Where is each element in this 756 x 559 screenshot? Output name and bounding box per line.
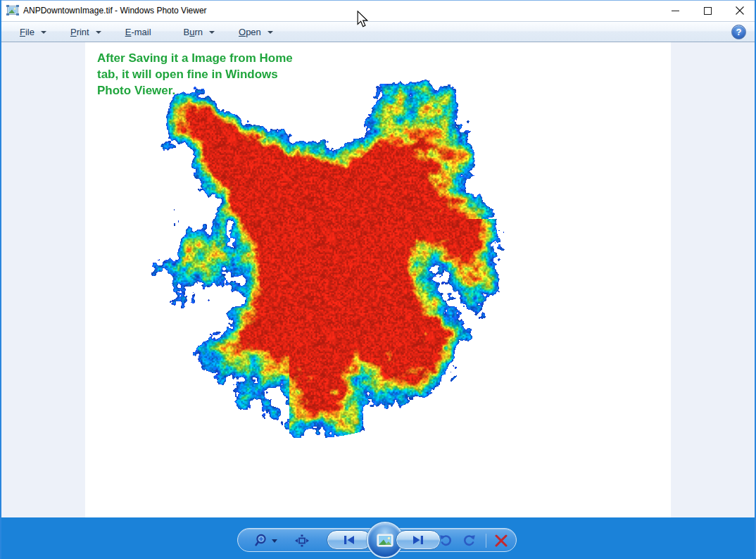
next-button[interactable] xyxy=(396,530,441,550)
help-icon: ? xyxy=(736,27,742,37)
chevron-down-icon xyxy=(96,31,101,34)
photo-image-heatmap xyxy=(85,42,671,517)
menu-bar: File Print E-mail Burn Open ? xyxy=(0,21,756,42)
viewer-content: After Saving it a Image from Home tab, i… xyxy=(0,42,756,517)
chevron-down-icon xyxy=(267,31,273,34)
next-icon xyxy=(411,534,425,546)
window-border-top xyxy=(0,0,756,1)
bottom-toolbar-strip xyxy=(0,517,756,559)
menu-email[interactable]: E-mail xyxy=(120,23,157,40)
window-border-left xyxy=(0,0,1,559)
previous-button[interactable] xyxy=(327,530,372,550)
zoom-button[interactable] xyxy=(253,532,270,549)
rotate-counterclockwise-button[interactable] xyxy=(438,532,455,549)
chevron-down-icon xyxy=(209,31,215,34)
rotate-counterclockwise-icon xyxy=(439,533,454,548)
rotate-clockwise-button[interactable] xyxy=(460,532,477,549)
zoom-magnifier-icon xyxy=(254,533,270,548)
toolbar-pill xyxy=(237,528,517,552)
chevron-down-icon xyxy=(41,31,46,34)
maximize-button[interactable] xyxy=(691,0,724,21)
title-bar: ANPDowntownImage.tif - Windows Photo Vie… xyxy=(0,0,756,21)
app-icon xyxy=(6,5,19,15)
menu-burn[interactable]: Burn xyxy=(178,23,220,40)
rotate-clockwise-icon xyxy=(461,533,477,548)
chevron-down-icon xyxy=(272,539,277,543)
menu-open[interactable]: Open xyxy=(233,23,279,40)
maximize-icon xyxy=(704,7,712,15)
photo-canvas-area: After Saving it a Image from Home tab, i… xyxy=(85,42,671,517)
window-title: ANPDowntownImage.tif - Windows Photo Vie… xyxy=(23,6,207,15)
menu-file[interactable]: File xyxy=(14,23,52,40)
delete-x-icon xyxy=(494,534,508,548)
menu-print[interactable]: Print xyxy=(65,23,107,40)
slideshow-image-icon xyxy=(377,534,393,547)
delete-button[interactable] xyxy=(493,532,510,549)
help-button[interactable]: ? xyxy=(731,25,746,39)
photo-viewer-window: ANPDowntownImage.tif - Windows Photo Vie… xyxy=(0,0,756,559)
actual-size-icon xyxy=(294,533,310,548)
close-button[interactable] xyxy=(724,0,756,21)
previous-icon xyxy=(342,534,356,546)
photo-annotation-text: After Saving it a Image from Home tab, i… xyxy=(97,50,308,99)
close-icon xyxy=(736,6,744,15)
toolbar-divider xyxy=(486,534,486,548)
minimize-button[interactable] xyxy=(659,0,691,21)
mouse-cursor xyxy=(357,11,368,27)
zoom-dropdown-arrow[interactable] xyxy=(270,536,279,545)
actual-size-button[interactable] xyxy=(294,532,310,549)
minimize-icon xyxy=(672,7,679,15)
